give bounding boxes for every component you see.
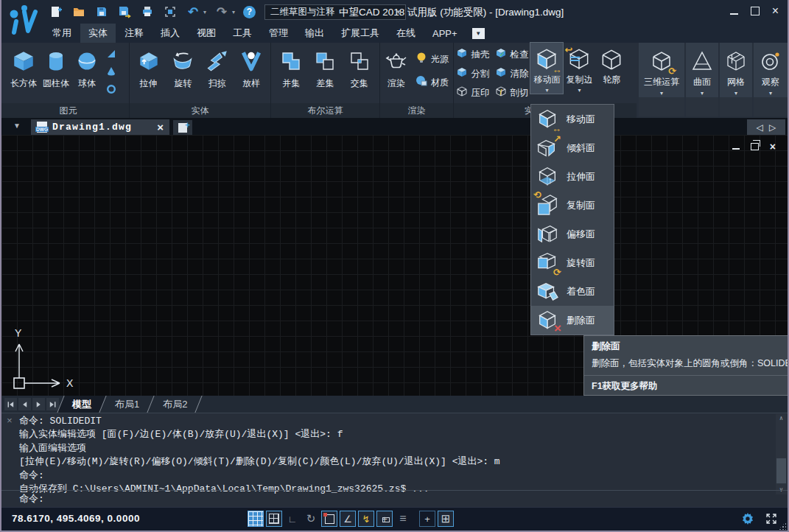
layout-tab-model[interactable]: 模型 [60,396,103,413]
quick-properties-icon[interactable]: + [419,511,435,527]
wedge-icon[interactable] [106,49,116,62]
ortho-icon[interactable]: ∟ [284,511,301,527]
command-scrollbar[interactable]: ∧ ∨ [776,414,787,494]
last-layout-icon[interactable] [46,398,59,410]
otrack-icon[interactable]: ∠ [340,511,356,527]
menu-item-copy-face[interactable]: ⟲ 复制面 [531,191,614,220]
snap-icon[interactable] [266,511,282,527]
print-icon[interactable] [140,4,155,19]
osnap-icon[interactable] [321,511,337,527]
document-list-caret-icon[interactable]: ▼ [13,122,21,130]
tab-scroll-left-icon[interactable]: ◁ [757,122,763,133]
cylinder-button[interactable]: 圆柱体 [40,43,72,90]
menu-item-extrude-face[interactable]: ↑ 拉伸面 [531,162,614,191]
tab-changyong[interactable]: 常用 [44,24,80,43]
surface-button[interactable]: 曲面 ▾ [686,43,718,116]
outline-button[interactable]: 轮廓 [595,43,628,86]
tab-shitu[interactable]: 视图 [189,24,224,43]
check-button[interactable]: ✓检查 [493,47,530,62]
tab-shuchu[interactable]: 输出 [297,24,332,43]
subtract-button[interactable]: 差集 [311,43,339,90]
mesh-button[interactable]: 网格 ▾ [720,43,752,116]
move-face-caret-icon[interactable]: ▾ [545,87,548,94]
mdi-close-icon[interactable]: × [770,141,776,153]
render-button[interactable]: 渲染 [380,43,413,90]
menu-item-move-face[interactable]: ↔ 移动面 [531,105,614,133]
cone-icon[interactable] [106,66,116,80]
layout-tab-layout1[interactable]: 布局1 [103,396,151,413]
tab-app-plus[interactable]: APP+ [424,25,466,42]
tab-gongju[interactable]: 工具 [225,24,260,43]
command-close-icon[interactable]: × [7,416,13,427]
zwcad-logo-icon[interactable] [7,3,41,41]
first-layout-icon[interactable] [4,398,17,410]
command-prompt-row[interactable]: 命令: [1,490,788,507]
redo-dropdown-caret[interactable]: ▾ [232,9,235,15]
save-as-icon[interactable] [117,4,132,19]
clean-button[interactable]: 清除 [493,66,530,81]
tab-scroll-right-icon[interactable]: ▷ [769,122,776,133]
ribbon-collapse-icon[interactable]: ▼ [472,28,485,39]
mdi-minimize-icon[interactable] [732,148,740,150]
intersect-button[interactable]: 交集 [346,43,374,90]
extrude-button[interactable]: 拉伸 [133,43,164,90]
material-button[interactable]: 材质 [413,74,452,91]
tab-charu[interactable]: 插入 [152,24,188,43]
tab-guanli[interactable]: 管理 [261,24,296,43]
box-button[interactable]: 长方体 [7,43,40,90]
next-layout-icon[interactable] [32,398,45,410]
preview-icon[interactable] [163,4,178,19]
layout-tab-layout2[interactable]: 布局2 [151,396,199,413]
move-face-button[interactable]: ↔ 移动面 ▾ [530,43,563,94]
copy-edge-button[interactable]: ↩ 复制边 ▾ [563,43,595,94]
menu-item-offset-face[interactable]: 偏移面 [531,220,614,248]
document-tab[interactable]: DWG Drawing1.dwg × [31,119,169,135]
slice-button[interactable]: /剖切 [493,85,530,100]
scrollbar-thumb[interactable] [776,458,786,483]
annotation-monitor-icon[interactable]: ⊞ [438,511,454,527]
observe-button[interactable]: 观察 ▾ [754,43,788,116]
sweep-button[interactable]: 扫掠 [202,43,233,90]
tab-kuozhangongju[interactable]: 扩展工具 [333,24,388,43]
maximize-icon[interactable] [751,7,760,15]
shell-button[interactable]: 抽壳 [454,47,491,62]
close-icon[interactable]: × [772,6,779,16]
union-button[interactable]: 并集 [277,43,305,90]
tab-zhushi[interactable]: 注释 [116,24,152,43]
ducs-icon[interactable]: ↯ [358,511,374,527]
new-file-icon[interactable] [49,4,63,19]
prev-layout-icon[interactable] [18,398,31,410]
menu-item-rotate-face[interactable]: ⟳ 旋转面 [531,248,614,277]
sphere-button[interactable]: 球体 [72,43,102,90]
redo-icon[interactable]: ↷ [214,4,229,19]
tab-zaixian[interactable]: 在线 [388,24,424,43]
command-line-panel[interactable]: × 命令: SOLIDEDIT 输入实体编辑选项 [面(F)/边(E)/体(B)… [1,413,788,507]
undo-dropdown-caret[interactable]: ▾ [203,9,206,15]
separate-button[interactable]: 分割 [454,66,491,81]
menu-item-delete-face[interactable]: × 删除面 [531,306,614,335]
3d-operations-button[interactable]: ⟳ 三维运算 ▾ [639,43,684,116]
document-close-icon[interactable]: × [157,121,164,133]
loft-button[interactable]: 放样 [236,43,267,90]
grid-display-icon[interactable] [248,511,264,527]
menu-item-taper-face[interactable]: ↗ 倾斜面 [531,133,614,162]
help-icon[interactable]: ? [243,6,256,18]
settings-gear-icon[interactable] [741,512,754,528]
copy-edge-caret-icon[interactable]: ▾ [578,87,581,94]
fullscreen-icon[interactable] [765,513,777,528]
scroll-up-icon[interactable]: ∧ [776,414,787,423]
light-button[interactable]: 光源 [413,50,452,68]
open-file-icon[interactable] [71,4,86,19]
new-document-tab-button[interactable]: + [173,120,192,135]
revolve-button[interactable]: 旋转 [167,43,198,90]
tab-shiti[interactable]: 实体 [80,24,116,43]
menu-item-color-face[interactable]: 着色面 [531,277,614,306]
undo-icon[interactable]: ↶ [186,4,200,19]
lineweight-icon[interactable]: ≡ [395,511,411,527]
minimize-icon[interactable] [730,13,738,15]
save-icon[interactable] [94,4,109,19]
imprint-button[interactable]: 压印 [454,85,491,100]
mdi-restore-icon[interactable] [751,143,759,150]
torus-icon[interactable] [106,84,116,97]
resize-grip[interactable] [778,522,786,530]
